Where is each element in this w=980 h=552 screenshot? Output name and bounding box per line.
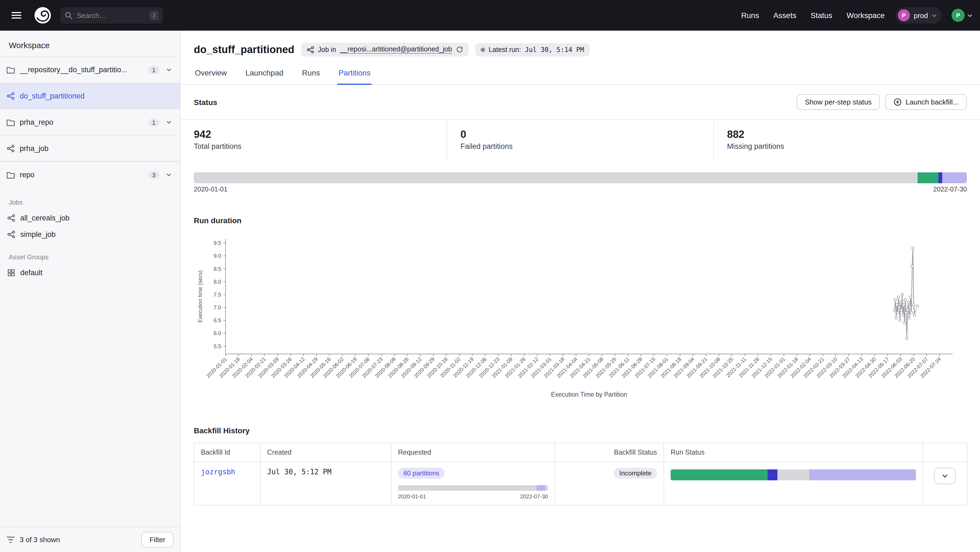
hamburger-menu-button[interactable] (8, 6, 25, 24)
chevron-down-icon (166, 173, 171, 177)
chevron-down-icon (166, 121, 171, 124)
tab-runs[interactable]: Runs (301, 65, 321, 85)
show-per-step-status-button[interactable]: Show per-step status (797, 94, 880, 110)
sidebar-item-all-cereals-job[interactable]: all_cereals_job (0, 209, 180, 226)
svg-text:9.0: 9.0 (213, 253, 221, 259)
partition-range: 2020-01-01 2022-07-30 (181, 186, 980, 193)
bar-segment (778, 470, 809, 480)
user-avatar: P (951, 9, 965, 22)
column-actions (923, 443, 967, 462)
dagster-logo[interactable] (33, 5, 52, 25)
column-backfill-status: Backfill Status (555, 443, 664, 462)
column-created: Created (260, 443, 391, 462)
job-origin-path[interactable]: __reposi...artitioned@partitioned_job (340, 45, 452, 54)
search-box[interactable]: / (60, 7, 163, 24)
user-menu[interactable]: P (951, 9, 972, 22)
requested-progress-bar (398, 485, 548, 491)
folder-icon (6, 66, 15, 74)
stat-missing-partitions: 882 Missing partitions (714, 120, 980, 162)
nav-link-runs[interactable]: Runs (741, 11, 759, 20)
asset-group-icon (7, 268, 15, 276)
created-cell: Jul 30, 5:12 PM (260, 462, 391, 505)
backfill-table: Backfill Id Created Requested Backfill S… (194, 443, 967, 506)
refresh-icon[interactable] (456, 46, 463, 53)
tab-partitions[interactable]: Partitions (337, 65, 372, 85)
nav-link-status[interactable]: Status (811, 11, 832, 20)
sidebar-item-label: prha_repo (20, 118, 53, 126)
search-input[interactable] (76, 11, 146, 20)
job-icon (6, 144, 15, 152)
bar-segment (942, 172, 967, 183)
requested-cell: 60 partitions 2020-01-01 2022-07-30 (391, 462, 555, 505)
sidebar-item-label: __repository__do_stuff_partitio... (20, 66, 127, 74)
launch-backfill-button[interactable]: Launch backfill... (885, 94, 967, 110)
table-header-row: Backfill Id Created Requested Backfill S… (194, 443, 967, 462)
filter-icon (6, 536, 15, 543)
job-origin-badge: Job in __reposi...artitioned@partitioned… (301, 43, 468, 56)
app-root: / Runs Assets Status Workspace P prod P … (0, 0, 980, 552)
bar-segment (194, 172, 917, 183)
deployment-name: prod (914, 11, 928, 19)
svg-text:Execution Time by Partition: Execution Time by Partition (551, 391, 627, 398)
expand-row-button[interactable] (934, 468, 956, 484)
backfill-status-badge: Incomplete (614, 468, 657, 479)
stat-value: 0 (460, 128, 700, 141)
latest-run-badge: Latest run: Jul 30, 5:14 PM (475, 43, 590, 56)
table-row: jozrgsbh Jul 30, 5:12 PM 60 partitions 2… (194, 462, 967, 505)
sidebar-item-label: prha_job (20, 144, 48, 152)
stat-value: 882 (727, 128, 967, 141)
run-status-bar[interactable] (671, 470, 916, 480)
sidebar-item-repo[interactable]: repo 3 (0, 162, 180, 188)
expand-caret[interactable] (164, 66, 173, 74)
launch-backfill-label: Launch backfill... (905, 98, 959, 106)
count-badge: 3 (148, 171, 159, 179)
svg-text:6.0: 6.0 (213, 330, 221, 336)
bar-segment (671, 470, 768, 480)
nav-link-workspace[interactable]: Workspace (846, 11, 885, 20)
expand-caret[interactable] (164, 171, 173, 179)
chevron-down-icon (932, 13, 937, 17)
backfill-id-link[interactable]: jozrgsbh (201, 468, 235, 476)
hamburger-icon (11, 10, 22, 21)
latest-run-time[interactable]: Jul 30, 5:14 PM (525, 46, 584, 53)
expand-caret[interactable] (164, 118, 173, 126)
sidebar-item-default[interactable]: default (0, 264, 180, 281)
nav-link-assets[interactable]: Assets (773, 11, 796, 20)
deployment-avatar: P (898, 9, 910, 21)
stat-label: Missing partitions (727, 142, 967, 151)
tab-launchpad[interactable]: Launchpad (245, 65, 285, 85)
dagster-logo-icon (33, 5, 52, 25)
search-icon (65, 11, 72, 19)
sidebar-item-label: default (20, 268, 43, 276)
status-dot-icon (480, 47, 485, 52)
tab-overview[interactable]: Overview (194, 65, 228, 85)
chevron-down-icon (942, 474, 948, 478)
filter-button[interactable]: Filter (141, 532, 173, 547)
column-run-status: Run Status (664, 443, 923, 462)
sidebar-item-repository-do-stuff[interactable]: __repository__do_stuff_partitio... 1 (0, 56, 180, 82)
folder-icon (6, 119, 15, 126)
job-icon (6, 92, 15, 100)
requested-range-end: 2022-07-30 (520, 493, 548, 500)
sidebar-item-prha-repo[interactable]: prha_repo 1 (0, 109, 180, 135)
requested-range: 2020-01-01 2022-07-30 (398, 493, 548, 500)
filter-count: 3 of 3 shown (20, 536, 60, 544)
execution-time-chart: 5.56.06.57.07.58.08.59.09.52020-01-01202… (194, 230, 967, 401)
stat-label: Total partitions (194, 142, 434, 151)
latest-run-label: Latest run: (488, 46, 521, 53)
folder-icon (6, 171, 15, 179)
nav-links: Runs Assets Status Workspace (741, 11, 885, 20)
requested-chip[interactable]: 60 partitions (398, 468, 445, 479)
deployment-switcher[interactable]: P prod (896, 7, 942, 24)
svg-text:6.5: 6.5 (213, 317, 221, 323)
sidebar-item-prha-job[interactable]: prha_job (0, 135, 180, 162)
requested-range-start: 2020-01-01 (398, 493, 426, 500)
sidebar-item-simple-job[interactable]: simple_job (0, 226, 180, 242)
sidebar-item-label: repo (20, 171, 35, 179)
sidebar-item-do-stuff-partitioned[interactable]: do_stuff_partitioned (0, 82, 180, 109)
partition-status-bar[interactable] (194, 172, 967, 183)
sidebar-footer: 3 of 3 shown Filter (0, 527, 180, 552)
stat-label: Failed partitions (460, 142, 700, 151)
bar-segment (537, 485, 545, 491)
run-duration-chart-container: 5.56.06.57.07.58.08.59.09.52020-01-01202… (181, 225, 980, 403)
